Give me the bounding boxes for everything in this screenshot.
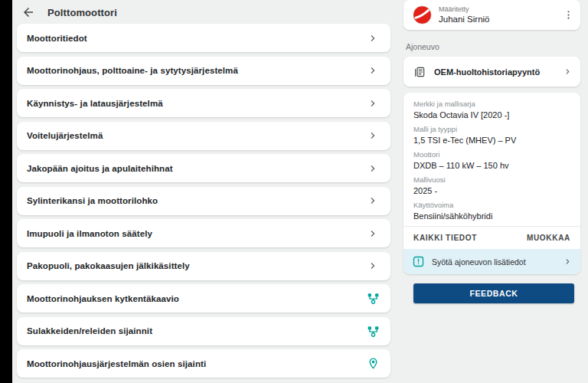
wiring-diagram-icon — [366, 292, 380, 306]
field-value: Skoda Octavia IV [2020 -] — [413, 110, 570, 120]
all-details-button[interactable]: KAIKKI TIEDOT — [413, 234, 477, 242]
chevron-right-icon — [562, 67, 573, 77]
list-item-voitelujarjestelma[interactable]: Voitelujärjestelmä — [17, 122, 390, 150]
user-status: Määritetty — [439, 6, 560, 13]
list-item-label: Voitelujärjestelmä — [27, 131, 366, 140]
location-pin-icon — [366, 357, 380, 371]
chevron-right-icon — [366, 194, 380, 208]
list-item-label: Imupuoli ja ilmanoton säätely — [27, 229, 366, 238]
chevron-right-icon — [366, 227, 380, 241]
vehicle-section-label: Ajoneuvo — [406, 42, 439, 51]
list-item-label: Jakopään ajoitus ja apulaitehihnat — [27, 164, 366, 173]
engine-menu-list: Moottoritiedot Moottorinohjaus, polttoai… — [17, 24, 390, 378]
chevron-right-icon — [366, 259, 380, 273]
list-item-moottorinohjaus[interactable]: Moottorinohjaus, polttoaine- ja sytytysj… — [17, 57, 390, 85]
left-black-bar — [0, 0, 12, 383]
wiring-diagram-icon — [366, 324, 380, 338]
list-item-kaynnistys[interactable]: Käynnistys- ja latausjärjestelmä — [17, 89, 390, 117]
vehicle-field-make: Merkki ja mallisarja Skoda Octavia IV [2… — [413, 100, 570, 120]
warning-icon — [413, 256, 424, 267]
vehicle-field-engine: Moottori DXDB – 110 kW – 150 hv — [413, 150, 570, 171]
user-info: Määritetty Juhani Sirniö — [439, 6, 560, 25]
list-item-label: Käynnistys- ja latausjärjestelmä — [27, 99, 366, 108]
list-item-jakopaan-ajoitus[interactable]: Jakopään ajoitus ja apulaitehihnat — [17, 154, 390, 182]
list-item-label: Pakopuoli, pakokaasujen jälkikäsittely — [27, 261, 366, 270]
field-label: Moottori — [413, 150, 570, 159]
list-item-kytkentakaavio[interactable]: Moottorinohjauksen kytkentäkaavio — [17, 284, 390, 313]
vehicle-field-modelyear: Mallivuosi 2025 - — [413, 175, 570, 196]
field-label: Merkki ja mallisarja — [413, 100, 570, 108]
kebab-menu-icon[interactable] — [560, 8, 576, 23]
list-item-moottoritiedot[interactable]: Moottoritiedot — [17, 24, 390, 52]
chevron-right-icon — [366, 64, 380, 77]
list-item-label: Moottoritiedot — [27, 34, 366, 43]
list-item-label: Moottorinohjausjärjestelmän osien sijain… — [27, 359, 366, 368]
chevron-right-icon — [366, 97, 380, 110]
oem-request-label: OEM-huoltohistoriapyyntö — [434, 67, 562, 77]
list-item-osien-sijainti[interactable]: Moottorinohjausjärjestelmän osien sijain… — [17, 349, 390, 378]
edit-button[interactable]: MUOKKAA — [527, 234, 570, 242]
list-item-label: Moottorinohjaus, polttoaine- ja sytytysj… — [27, 66, 366, 75]
notice-label: Syötä ajoneuvon lisätiedot — [432, 257, 562, 267]
list-item-label: Moottorinohjauksen kytkentäkaavio — [27, 294, 366, 303]
brand-logo-icon — [413, 5, 432, 25]
field-label: Käyttövoima — [413, 201, 570, 209]
list-item-label: Sylinterikansi ja moottorilohko — [27, 196, 366, 205]
chevron-right-icon — [366, 162, 380, 175]
chevron-right-icon — [366, 129, 380, 142]
page-header: Polttomoottori — [21, 2, 117, 23]
page-title: Polttomoottori — [47, 7, 117, 18]
list-item-imupuoli[interactable]: Imupuoli ja ilmanoton säätely — [17, 219, 390, 247]
document-icon — [413, 65, 426, 79]
user-card[interactable]: Määritetty Juhani Sirniö — [403, 0, 580, 30]
chevron-right-icon — [366, 31, 380, 45]
list-item-pakopuoli[interactable]: Pakopuoli, pakokaasujen jälkikäsittely — [17, 252, 390, 280]
oem-history-request[interactable]: OEM-huoltohistoriapyyntö — [403, 57, 580, 87]
chevron-right-icon — [562, 257, 573, 267]
feedback-button[interactable]: FEEDBACK — [413, 283, 574, 303]
vehicle-fields: Merkki ja mallisarja Skoda Octavia IV [2… — [403, 93, 580, 221]
field-value: Bensiini/sähköhybridi — [413, 211, 570, 221]
vehicle-details-card: Merkki ja mallisarja Skoda Octavia IV [2… — [403, 93, 580, 274]
vehicle-field-fuel: Käyttövoima Bensiini/sähköhybridi — [413, 201, 570, 221]
field-value: 1,5 TSI e-Tec (MHEV) – PV — [413, 135, 570, 146]
vehicle-extra-info-notice[interactable]: Syötä ajoneuvon lisätiedot — [403, 249, 580, 274]
user-name: Juhani Sirniö — [439, 15, 560, 25]
field-label: Mallivuosi — [413, 175, 570, 184]
list-item-sulakkeiden-sijainnit[interactable]: Sulakkeiden/releiden sijainnit — [17, 317, 390, 345]
list-item-label: Sulakkeiden/releiden sijainnit — [27, 326, 366, 336]
field-label: Malli ja tyyppi — [413, 125, 570, 133]
field-value: DXDB – 110 kW – 150 hv — [413, 160, 570, 171]
vehicle-field-model: Malli ja tyyppi 1,5 TSI e-Tec (MHEV) – P… — [413, 125, 570, 146]
vehicle-actions: KAIKKI TIEDOT MUOKKAA — [403, 227, 580, 249]
field-value: 2025 - — [413, 185, 570, 196]
list-item-sylinterikansi[interactable]: Sylinterikansi ja moottorilohko — [17, 187, 390, 215]
back-arrow-icon[interactable] — [21, 5, 35, 19]
